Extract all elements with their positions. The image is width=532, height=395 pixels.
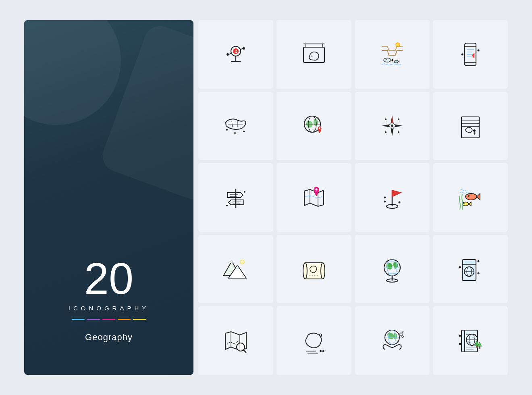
color-bar-orange [118,319,131,320]
color-bars [72,319,146,320]
svg-rect-80 [305,263,323,279]
svg-point-28 [461,53,463,55]
svg-point-110 [323,350,324,352]
svg-marker-44 [394,124,403,127]
color-bar-purple [87,319,100,320]
svg-marker-77 [469,202,471,206]
svg-point-48 [398,118,399,120]
svg-point-109 [321,350,323,352]
icon-australia-continent [276,306,351,375]
svg-point-99 [478,272,480,274]
svg-rect-128 [479,346,480,349]
svg-marker-19 [398,60,399,63]
svg-point-82 [321,263,325,279]
icon-australia-board [276,20,351,89]
icon-map-pin [276,163,351,232]
icons-grid: G [198,20,508,375]
color-bar-blue [72,319,85,320]
svg-point-46 [391,125,393,127]
svg-point-116 [402,331,403,333]
svg-point-67 [316,188,318,190]
iconography-label: ICONOGRAPHY [69,305,150,312]
icon-compass-star [355,92,430,160]
svg-point-72 [399,201,401,203]
svg-point-5 [227,53,229,56]
svg-point-49 [385,131,387,133]
icon-scroll-map [276,235,351,304]
svg-point-108 [320,350,321,352]
svg-point-70 [384,196,386,198]
svg-point-114 [400,333,402,335]
svg-marker-27 [472,53,474,58]
color-bar-yellow [133,319,146,320]
svg-line-105 [243,350,246,353]
main-container: 20 ICONOGRAPHY Geography G [24,20,508,375]
svg-point-76 [462,202,469,206]
icon-mountains [198,235,273,304]
icon-fish-underwater [433,163,508,232]
svg-point-63 [226,205,228,206]
svg-point-47 [385,118,387,120]
svg-point-15 [384,58,391,62]
icon-map-search [198,306,273,375]
svg-point-36 [245,121,246,123]
sidebar: 20 ICONOGRAPHY Geography [24,20,193,375]
svg-point-17 [386,59,387,60]
svg-line-8 [241,48,243,50]
svg-point-100 [459,266,461,268]
color-bar-pink [102,319,115,320]
icon-usa-map [198,92,273,160]
svg-point-83 [310,275,311,276]
icon-location-pin: G [198,20,273,89]
svg-point-85 [314,275,316,276]
svg-marker-42 [391,127,394,136]
svg-point-6 [243,47,245,50]
svg-marker-43 [382,124,391,127]
svg-point-81 [303,263,307,279]
svg-point-40 [319,127,320,129]
svg-point-79 [240,260,244,264]
svg-rect-117 [461,330,478,352]
svg-point-64 [244,191,245,193]
svg-point-78 [463,203,465,204]
category-title: Geography [85,332,133,343]
icon-globe-location [276,92,351,160]
svg-point-84 [312,275,313,276]
icon-canyon-fish [355,20,430,89]
svg-point-98 [478,260,480,262]
svg-point-13 [312,55,313,56]
svg-point-34 [243,131,245,132]
icon-mobile-map [433,20,508,89]
icon-map-book [433,92,508,160]
svg-point-35 [234,132,236,134]
svg-point-14 [396,43,400,47]
svg-point-75 [468,195,470,197]
icon-earth-hands [355,306,430,375]
svg-point-86 [317,275,318,276]
icon-globe-stand [355,235,430,304]
svg-point-18 [394,60,398,63]
icon-flag-stand [355,163,430,232]
svg-rect-127 [476,345,478,348]
svg-point-55 [473,129,476,132]
svg-point-115 [402,336,403,337]
svg-point-71 [384,200,386,202]
icon-passport-globe [433,235,508,304]
svg-point-125 [459,335,461,337]
icon-signpost [198,163,273,232]
svg-text:G: G [235,50,238,54]
svg-point-73 [466,193,477,200]
svg-point-33 [226,129,228,131]
icon-geography-book [433,306,508,375]
svg-marker-16 [391,58,393,62]
icon-count: 20 [84,256,133,301]
svg-point-50 [398,131,399,133]
svg-point-29 [478,49,480,51]
svg-point-126 [459,343,461,345]
svg-marker-74 [477,193,480,200]
